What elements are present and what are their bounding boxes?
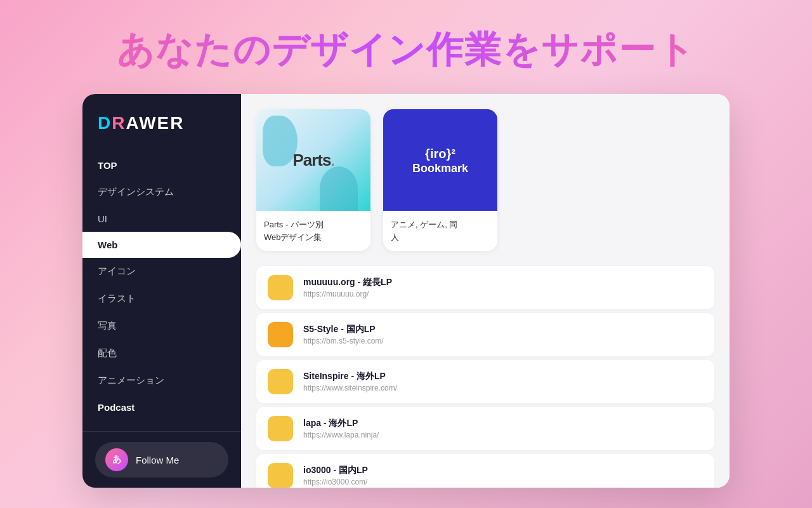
logo-letter-w: W <box>139 113 157 133</box>
list-url-muuuuu: https://muuuuu.org/ <box>303 290 703 298</box>
sidebar: DRAWER TOP デザインシステム UI Web アイコン イラスト 写真 … <box>82 94 241 488</box>
iro-inner: {iro}² Bookmark <box>383 109 497 211</box>
card-iro-label: アニメ, ゲーム, 同人 <box>383 211 497 251</box>
sidebar-item-color[interactable]: 配色 <box>82 340 241 367</box>
list-title-s5style: S5-Style - 国内LP <box>303 324 703 335</box>
iro-title: {iro}² <box>425 145 455 162</box>
card-parts[interactable]: Parts. Parts - パーツ別Webデザイン集 <box>256 109 370 251</box>
list-url-io3000: https://io3000.com/ <box>303 478 703 486</box>
list-url-lapa: https://www.lapa.ninja/ <box>303 431 703 439</box>
list-icon-io3000 <box>268 463 293 488</box>
iro-subtitle: Bookmark <box>412 162 468 175</box>
list-title-lapa: lapa - 海外LP <box>303 418 703 429</box>
list-text-muuuuu: muuuuu.org - 縦長LP https://muuuuu.org/ <box>303 277 703 298</box>
list-url-s5style: https://bm.s5-style.com/ <box>303 337 703 345</box>
list-title-siteinspire: SiteInspire - 海外LP <box>303 371 703 382</box>
list-text-io3000: io3000 - 国内LP https://io3000.com/ <box>303 465 703 486</box>
list-icon-siteinspire <box>268 369 293 394</box>
parts-inner: Parts. <box>256 109 370 211</box>
list-item-io3000[interactable]: io3000 - 国内LP https://io3000.com/ <box>256 454 714 488</box>
logo-letter-e: E <box>157 113 171 133</box>
avatar: あ <box>105 448 128 471</box>
sidebar-item-design-system[interactable]: デザインシステム <box>82 178 241 206</box>
list-icon-s5style <box>268 322 293 347</box>
sidebar-item-top[interactable]: TOP <box>82 152 241 178</box>
parts-logo-text: Parts. <box>292 150 334 170</box>
page-title: あなたのデザイン作業をサポート <box>0 25 812 75</box>
main-content: Parts. Parts - パーツ別Webデザイン集 {iro}² Bookm… <box>241 94 730 488</box>
list-item-lapa[interactable]: lapa - 海外LP https://www.lapa.ninja/ <box>256 407 714 450</box>
logo-letter-r2: R <box>170 113 184 133</box>
logo-letter-r: R <box>112 113 126 133</box>
sidebar-item-icon[interactable]: アイコン <box>82 258 241 285</box>
header: あなたのデザイン作業をサポート <box>0 0 812 94</box>
follow-me-label: Follow Me <box>136 455 179 465</box>
list-title-muuuuu: muuuuu.org - 縦長LP <box>303 277 703 288</box>
follow-me-button[interactable]: あ Follow Me <box>95 442 228 478</box>
sidebar-item-animation[interactable]: アニメーション <box>82 367 241 394</box>
sidebar-item-podcast[interactable]: Podcast <box>82 394 241 420</box>
sidebar-footer: あ Follow Me <box>82 431 241 488</box>
sidebar-item-ui[interactable]: UI <box>82 206 241 232</box>
list-title-io3000: io3000 - 国内LP <box>303 465 703 476</box>
list-url-siteinspire: https://www.siteinspire.com/ <box>303 384 703 392</box>
parts-shape-bottom <box>320 166 358 211</box>
list-text-siteinspire: SiteInspire - 海外LP https://www.siteinspi… <box>303 371 703 392</box>
list-text-lapa: lapa - 海外LP https://www.lapa.ninja/ <box>303 418 703 439</box>
list-icon-muuuuu <box>268 275 293 300</box>
list-item-s5style[interactable]: S5-Style - 国内LP https://bm.s5-style.com/ <box>256 313 714 356</box>
logo-letter-d: D <box>98 113 112 133</box>
sidebar-item-illustration[interactable]: イラスト <box>82 285 241 312</box>
list-section: muuuuu.org - 縦長LP https://muuuuu.org/ S5… <box>256 266 714 488</box>
card-iro-thumbnail: {iro}² Bookmark <box>383 109 497 211</box>
list-item-muuuuu[interactable]: muuuuu.org - 縦長LP https://muuuuu.org/ <box>256 266 714 309</box>
card-parts-label: Parts - パーツ別Webデザイン集 <box>256 211 370 251</box>
app-window: DRAWER TOP デザインシステム UI Web アイコン イラスト 写真 … <box>82 94 730 488</box>
card-iro[interactable]: {iro}² Bookmark アニメ, ゲーム, 同人 <box>383 109 497 251</box>
list-text-s5style: S5-Style - 国内LP https://bm.s5-style.com/ <box>303 324 703 345</box>
cards-row: Parts. Parts - パーツ別Webデザイン集 {iro}² Bookm… <box>256 109 714 251</box>
sidebar-nav: TOP デザインシステム UI Web アイコン イラスト 写真 配色 アニメー… <box>82 152 241 431</box>
sidebar-logo: DRAWER <box>82 113 241 152</box>
sidebar-item-photo[interactable]: 写真 <box>82 312 241 340</box>
card-parts-thumbnail: Parts. <box>256 109 370 211</box>
logo-letter-a: A <box>126 113 139 133</box>
list-icon-lapa <box>268 416 293 441</box>
list-item-siteinspire[interactable]: SiteInspire - 海外LP https://www.siteinspi… <box>256 360 714 403</box>
sidebar-item-web[interactable]: Web <box>82 232 241 258</box>
